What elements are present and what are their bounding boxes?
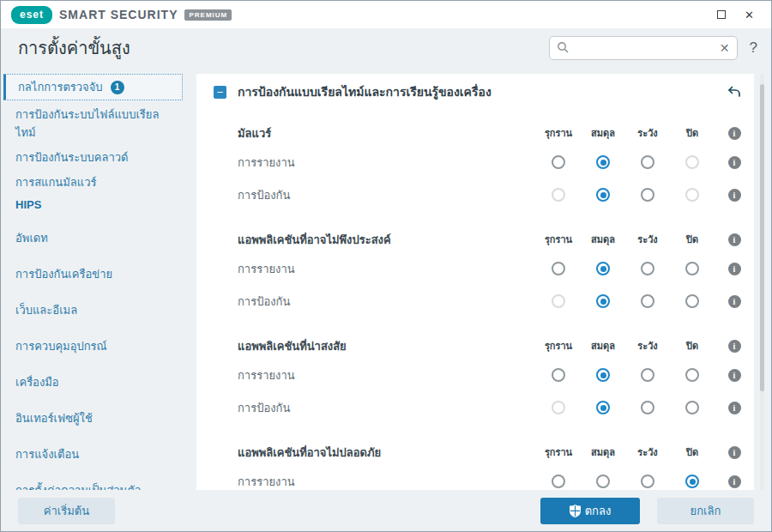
radio-cautious[interactable] — [641, 475, 654, 488]
radio-cautious[interactable] — [641, 368, 654, 382]
row-label: การรายงาน — [238, 366, 536, 384]
sidebar-item-device-control[interactable]: การควบคุมอุปกรณ์ — [1, 334, 188, 359]
default-button[interactable]: ค่าเริ่มต้น — [18, 498, 115, 524]
revert-to-default-button[interactable] — [727, 84, 742, 100]
collapse-toggle[interactable]: − — [214, 86, 226, 99]
section-title: การป้องกันแบบเรียลไทม์และการเรียนรู้ของเ… — [238, 82, 727, 101]
sidebar-item-label: กลไกการตรวจจับ — [18, 81, 103, 94]
search-icon — [557, 41, 570, 54]
maximize-button[interactable] — [717, 9, 726, 21]
radio-aggressive[interactable] — [552, 294, 565, 308]
radio-off[interactable] — [685, 188, 699, 202]
row-label: การรายงาน — [238, 154, 536, 172]
radio-aggressive[interactable] — [552, 401, 565, 414]
setting-row-reporting: การรายงาน i — [214, 146, 754, 178]
radio-cautious[interactable] — [641, 401, 654, 414]
radio-balanced[interactable] — [596, 475, 610, 488]
scrollbar-thumb[interactable] — [760, 84, 764, 391]
scrollbar-track[interactable] — [760, 74, 764, 492]
row-label: การป้องกัน — [238, 186, 536, 204]
sidebar-item-detection-engine[interactable]: กลไกการตรวจจับ1 — [3, 74, 183, 100]
radio-balanced[interactable] — [596, 294, 610, 308]
info-icon[interactable]: i — [728, 295, 741, 308]
row-label: การรายงาน — [238, 473, 536, 491]
info-icon[interactable]: i — [728, 156, 741, 169]
group-header: แอพพลิเคชันที่น่าสงสัย รุกราน สมดุล ระวั… — [214, 333, 754, 359]
column-header-off: ปิด — [670, 232, 715, 247]
info-icon[interactable]: i — [728, 402, 741, 414]
info-icon[interactable]: i — [728, 340, 741, 353]
eset-logo: eset — [11, 6, 52, 24]
sidebar: กลไกการตรวจจับ1 การป้องกันระบบไฟล์แบบเรี… — [1, 74, 188, 503]
sidebar-item-cloud-protection[interactable]: การป้องกันระบบคลาวด์ — [1, 145, 188, 170]
radio-balanced[interactable] — [596, 188, 610, 202]
column-header-cautious: ระวัง — [625, 444, 670, 460]
sidebar-item-hips[interactable]: HIPS — [1, 195, 188, 215]
uac-shield-icon — [570, 505, 581, 517]
setting-row-protection: การป้องกัน i — [214, 178, 754, 211]
column-header-balanced: สมดุล — [581, 444, 625, 460]
setting-row-protection: การป้องกัน i — [214, 285, 754, 317]
column-header-aggressive: รุกราน — [536, 125, 581, 141]
column-header-balanced: สมดุล — [581, 125, 625, 141]
group-title: มัลแวร์ — [238, 124, 536, 142]
page-title: การตั้งค่าขั้นสูง — [18, 34, 549, 62]
info-icon[interactable]: i — [728, 369, 741, 382]
setting-row-protection: การป้องกัน i — [214, 391, 754, 424]
group-header: มัลแวร์ รุกราน สมดุล ระวัง ปิด i — [214, 120, 754, 146]
info-icon[interactable]: i — [728, 233, 741, 246]
radio-balanced[interactable] — [596, 155, 610, 169]
radio-balanced[interactable] — [596, 262, 610, 275]
window-controls: ✕ — [717, 9, 761, 21]
sidebar-item-realtime-file-protection[interactable]: การป้องกันระบบไฟล์แบบเรียลไทม์ — [1, 102, 188, 145]
radio-aggressive[interactable] — [552, 188, 565, 202]
close-button[interactable]: ✕ — [745, 9, 754, 21]
sidebar-item-update[interactable]: อัพเดท — [1, 226, 188, 251]
radio-off[interactable] — [685, 155, 699, 169]
radio-off[interactable] — [685, 294, 699, 308]
sidebar-item-notifications[interactable]: การแจ้งเตือน — [1, 442, 188, 467]
radio-cautious[interactable] — [641, 262, 654, 275]
row-label: การป้องกัน — [238, 399, 536, 417]
info-icon[interactable]: i — [728, 263, 741, 275]
radio-aggressive[interactable] — [552, 475, 565, 488]
sidebar-item-web-and-email[interactable]: เว็บและอีเมล — [1, 298, 188, 323]
sidebar-item-user-interface[interactable]: อินเทอร์เฟซผู้ใช้ — [1, 406, 188, 431]
cancel-button[interactable]: ยกเลิก — [657, 498, 754, 524]
column-header-cautious: ระวัง — [625, 338, 670, 354]
maximize-icon — [717, 10, 726, 19]
radio-aggressive[interactable] — [552, 368, 565, 382]
clear-search-icon[interactable]: ✕ — [720, 41, 730, 55]
radio-balanced[interactable] — [596, 368, 610, 382]
radio-balanced[interactable] — [596, 401, 610, 414]
column-header-aggressive: รุกราน — [536, 338, 581, 354]
brand-name: SMART SECURITY — [59, 8, 178, 21]
row-label: การรายงาน — [238, 260, 536, 278]
radio-aggressive[interactable] — [552, 155, 565, 169]
radio-off[interactable] — [685, 262, 699, 275]
notification-count-badge: 1 — [111, 81, 124, 94]
ok-button[interactable]: ตกลง — [540, 498, 640, 524]
setting-group-potentially-unwanted-apps: แอพพลิเคชันที่อาจไม่พึงประสงค์ รุกราน สม… — [214, 227, 754, 317]
radio-aggressive[interactable] — [552, 262, 565, 275]
info-icon[interactable]: i — [728, 475, 741, 488]
column-header-balanced: สมดุล — [581, 338, 625, 354]
column-header-aggressive: รุกราน — [536, 232, 581, 247]
info-icon[interactable]: i — [728, 127, 741, 140]
sidebar-item-tools[interactable]: เครื่องมือ — [1, 370, 188, 395]
radio-off[interactable] — [685, 475, 699, 488]
info-icon[interactable]: i — [728, 189, 741, 202]
radio-cautious[interactable] — [641, 155, 654, 169]
search-box[interactable]: ✕ — [549, 36, 738, 60]
info-icon[interactable]: i — [728, 446, 741, 459]
radio-off[interactable] — [685, 368, 699, 382]
sidebar-item-malware-scans[interactable]: การสแกนมัลแวร์ — [1, 170, 188, 195]
help-icon[interactable]: ? — [750, 39, 757, 57]
premium-badge: PREMIUM — [184, 9, 232, 21]
radio-off[interactable] — [685, 401, 699, 414]
group-title: แอพพลิเคชันที่อาจไม่พึงประสงค์ — [238, 231, 536, 249]
radio-cautious[interactable] — [641, 294, 654, 308]
search-input[interactable] — [575, 41, 720, 54]
radio-cautious[interactable] — [641, 188, 654, 202]
sidebar-item-network-protection[interactable]: การป้องกันเครือข่าย — [1, 262, 188, 287]
